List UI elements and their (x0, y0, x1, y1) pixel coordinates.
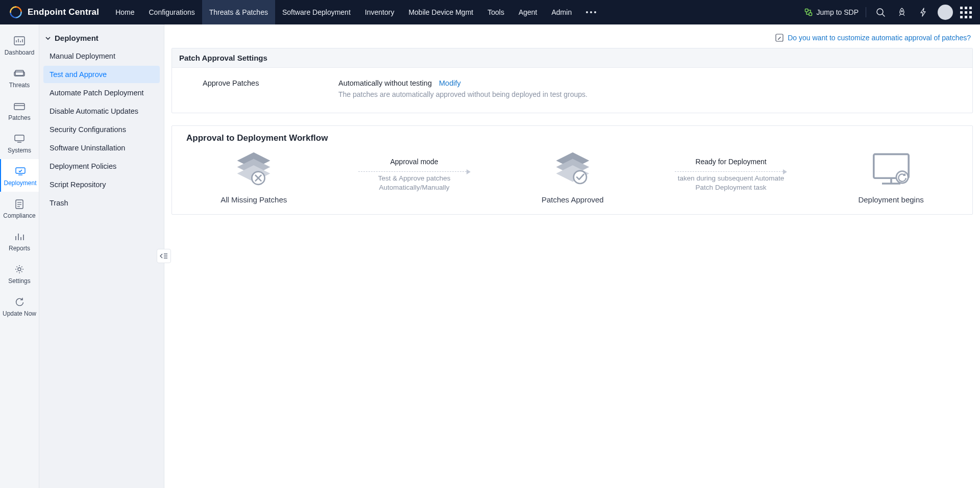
approve-patches-desc: The patches are automatically approved w… (338, 90, 959, 98)
rocket-button[interactable] (895, 5, 909, 19)
workflow-node1-label: All Missing Patches (220, 195, 287, 204)
side-item-deployment-policies[interactable]: Deployment Policies (43, 158, 160, 175)
rocket-icon (897, 7, 907, 17)
stack-approved-icon (550, 150, 596, 189)
topnav-item-inventory[interactable]: Inventory (358, 0, 402, 24)
workflow-title: Approval to Deployment Workflow (172, 126, 972, 148)
svg-line-3 (883, 14, 885, 16)
workflow-step1-desc: Test & Approve patches Automatically/Man… (358, 174, 471, 192)
rail-label: Systems (8, 147, 31, 154)
edit-icon (775, 34, 783, 42)
approve-patches-label: Approve Patches (185, 79, 328, 87)
rail-item-reports[interactable]: Reports (0, 224, 39, 257)
workflow-step2-title: Ready for Deployment (695, 158, 766, 166)
workflow-node-approved: Patches Approved (542, 150, 604, 204)
jump-label: Jump to SDP (817, 8, 859, 16)
collapse-icon (160, 252, 168, 260)
rail-item-systems[interactable]: Systems (0, 126, 39, 159)
rail-label: Dashboard (5, 49, 35, 56)
left-rail: Dashboard Threats Patches Systems Deploy… (0, 24, 39, 488)
svg-rect-10 (15, 70, 23, 75)
rail-label: Reports (9, 245, 30, 252)
workflow-step1-title: Approval mode (390, 158, 438, 166)
side-panel-title: Deployment (55, 34, 99, 42)
workflow-card: Approval to Deployment Workflow All Miss… (172, 125, 973, 215)
workflow-step-ready: Ready for Deployment taken during subseq… (672, 158, 790, 192)
side-panel: Deployment Manual Deployment Test and Ap… (39, 24, 164, 488)
svg-point-4 (901, 11, 903, 12)
svg-point-2 (877, 9, 883, 15)
search-button[interactable] (873, 5, 888, 19)
side-item-disable-automatic-updates[interactable]: Disable Automatic Updates (43, 102, 160, 120)
topnav-item-mdm[interactable]: Mobile Device Mgmt (401, 0, 480, 24)
rail-label: Threats (9, 82, 30, 89)
topnav-right: Jump to SDP (804, 5, 980, 20)
chevron-down-icon (44, 35, 52, 42)
svg-point-40 (574, 171, 586, 184)
topnav-item-threats-patches[interactable]: Threats & Patches (202, 0, 275, 24)
gear-icon (14, 264, 25, 274)
rail-item-settings[interactable]: Settings (0, 257, 39, 290)
customize-approval-link[interactable]: Do you want to customize automatic appro… (788, 34, 971, 42)
search-icon (875, 7, 886, 17)
rail-label: Compliance (3, 212, 35, 219)
svg-rect-1 (809, 13, 812, 16)
threats-icon (14, 68, 25, 79)
apps-grid-button[interactable] (960, 7, 972, 18)
flash-button[interactable] (916, 5, 930, 19)
compliance-icon (14, 199, 25, 209)
topnav-item-configurations[interactable]: Configurations (142, 0, 202, 24)
topnav-item-software-deployment[interactable]: Software Deployment (275, 0, 358, 24)
workflow-node3-label: Deployment begins (858, 195, 923, 204)
brand-logo-icon (9, 6, 22, 19)
topnav-item-admin[interactable]: Admin (545, 0, 579, 24)
topnav-item-home[interactable]: Home (108, 0, 141, 24)
patch-approval-card: Patch Approval Settings Approve Patches … (172, 48, 973, 113)
user-avatar[interactable] (938, 5, 953, 20)
side-item-security-configurations[interactable]: Security Configurations (43, 121, 160, 138)
topnav-more-button[interactable] (579, 0, 603, 24)
side-panel-list: Manual Deployment Test and Approve Autom… (39, 47, 164, 212)
side-item-test-and-approve[interactable]: Test and Approve (43, 66, 160, 83)
rail-item-update-now[interactable]: Update Now (0, 290, 39, 322)
side-item-software-uninstallation[interactable]: Software Uninstallation (43, 139, 160, 157)
jump-to-sdp-link[interactable]: Jump to SDP (804, 8, 859, 16)
rail-item-patches[interactable]: Patches (0, 94, 39, 126)
topnav-item-tools[interactable]: Tools (480, 0, 511, 24)
modify-link[interactable]: Modify (439, 79, 461, 87)
rail-item-compliance[interactable]: Compliance (0, 192, 39, 224)
separator (866, 7, 866, 17)
collapse-sidepanel-button[interactable] (157, 249, 171, 263)
patches-icon (14, 101, 25, 111)
side-panel-header[interactable]: Deployment (39, 31, 164, 47)
rail-label: Update Now (3, 310, 36, 317)
patch-approval-title: Patch Approval Settings (172, 48, 972, 68)
arrow-icon (675, 170, 787, 174)
approve-patches-value: Automatically without testing (338, 79, 432, 87)
rail-label: Settings (8, 277, 30, 285)
svg-rect-5 (14, 37, 24, 45)
rail-item-threats[interactable]: Threats (0, 61, 39, 94)
workflow-step-approval-mode: Approval mode Test & Approve patches Aut… (356, 158, 473, 192)
rail-item-deployment[interactable]: Deployment (0, 159, 39, 192)
svg-rect-16 (16, 168, 25, 173)
svg-rect-12 (14, 104, 24, 110)
side-item-manual-deployment[interactable]: Manual Deployment (43, 47, 160, 65)
svg-rect-0 (805, 9, 808, 12)
stack-missing-icon (231, 150, 277, 189)
side-item-trash[interactable]: Trash (43, 194, 160, 212)
sdp-icon (804, 8, 813, 16)
rail-label: Patches (8, 114, 30, 121)
top-link-row: Do you want to customize automatic appro… (164, 24, 980, 48)
side-item-script-repository[interactable]: Script Repository (43, 176, 160, 193)
workflow-node2-label: Patches Approved (542, 195, 604, 204)
topnav-menu: Home Configurations Threats & Patches So… (108, 0, 603, 24)
brand[interactable]: Endpoint Central (0, 6, 108, 19)
rail-item-dashboard[interactable]: Dashboard (0, 29, 39, 61)
topnav-item-agent[interactable]: Agent (511, 0, 545, 24)
side-item-automate-patch-deployment[interactable]: Automate Patch Deployment (43, 84, 160, 101)
more-horizontal-icon (586, 11, 596, 13)
reports-icon (14, 232, 25, 242)
monitor-deploy-icon (868, 150, 914, 189)
flash-icon (919, 7, 928, 17)
